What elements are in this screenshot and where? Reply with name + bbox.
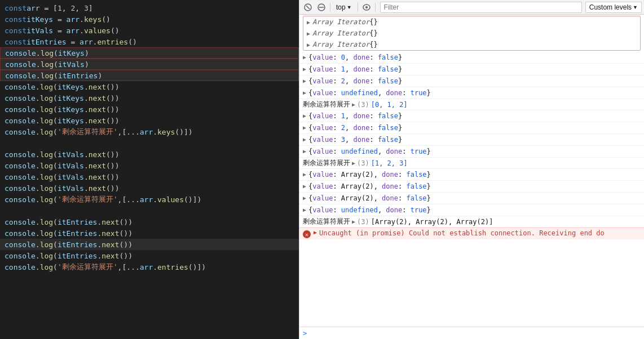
svg-line-1 <box>306 6 310 9</box>
console-row-value-done[interactable]: ▶{value: 3, done: false} <box>299 134 644 146</box>
code-line: console.log(itEntries.next()) <box>0 239 299 250</box>
console-row-value-done[interactable]: ▶{value: undefined, done: true} <box>299 146 644 158</box>
custom-levels-button[interactable]: Custom levels ▼ <box>585 2 642 13</box>
console-prompt: > <box>303 329 307 337</box>
expand-arrow[interactable]: ▶ <box>303 205 306 215</box>
toolbar-separator-3 <box>375 3 376 12</box>
console-row-value-done[interactable]: ▶{value: Array(2), done: false} <box>299 193 644 204</box>
expand-arrow[interactable]: ▶ <box>303 170 306 180</box>
top-context-dropdown[interactable]: top ▼ <box>333 2 355 12</box>
code-line: const itKeys = arr.keys() <box>0 14 299 25</box>
devtools-console-panel: top ▼ Custom levels ▼ ▶Array Iterator {}… <box>299 0 644 339</box>
expand-arrow[interactable]: ▶ <box>303 123 306 133</box>
console-row-value-done[interactable]: ▶{value: 1, done: false} <box>299 64 644 75</box>
chevron-down-icon: ▼ <box>347 5 352 10</box>
chevron-down-icon-2: ▼ <box>633 5 638 10</box>
console-row-value-done[interactable]: ▶{value: 2, done: false} <box>299 75 644 87</box>
expand-arrow[interactable]: ▶ <box>303 76 306 86</box>
expand-arrow[interactable]: ▶ <box>307 19 310 25</box>
console-row-spread[interactable]: 剩余运算符展开 ▶(3) [Array(2), Array(2), Array(… <box>299 216 644 228</box>
code-editor: const arr = [1, 2, 3]const itKeys = arr.… <box>0 0 299 339</box>
code-line: console.log(itVals) <box>0 59 299 70</box>
spread-expand-arrow[interactable]: ▶ <box>352 218 355 225</box>
expand-arrow[interactable]: ▶ <box>307 42 310 48</box>
code-line: console.log(itKeys.next()) <box>0 81 299 92</box>
code-line: console.log(itVals.next()) <box>0 182 299 194</box>
spread-expand-arrow[interactable]: ▶ <box>352 101 355 108</box>
console-row-error: ✕▶Uncaught (in promise) Could not establ… <box>299 228 644 239</box>
array-iterator-row[interactable]: ▶Array Iterator {} <box>303 16 640 28</box>
expand-arrow[interactable]: ▶ <box>303 135 306 145</box>
console-row-value-done[interactable]: ▶{value: undefined, done: true} <box>299 87 644 99</box>
svg-point-5 <box>365 6 368 8</box>
expand-arrow[interactable]: ▶ <box>307 30 310 37</box>
code-line: console.log(itEntries.next()) <box>0 216 299 228</box>
array-iterator-brace: {} <box>369 29 377 37</box>
code-line: const itVals = arr.values() <box>0 25 299 36</box>
code-line: console.log(itVals.next()) <box>0 171 299 182</box>
console-row-value-done[interactable]: ▶{value: 1, done: false} <box>299 110 644 122</box>
console-output[interactable]: ▶Array Iterator {}▶Array Iterator {}▶Arr… <box>299 15 644 327</box>
console-row-value-done[interactable]: ▶{value: 0, done: false} <box>299 52 644 64</box>
console-toolbar: top ▼ Custom levels ▼ <box>299 0 644 15</box>
clear-console-button[interactable] <box>302 1 314 14</box>
console-row-value-done[interactable]: ▶{value: undefined, done: true} <box>299 204 644 216</box>
code-line: console.log('剩余运算符展开',[...arr.values()]) <box>0 194 299 205</box>
code-line: const itEntries = arr.entries() <box>0 36 299 47</box>
code-line: console.log(itEntries.next()) <box>0 228 299 239</box>
array-iterator-row[interactable]: ▶Array Iterator {} <box>303 28 640 39</box>
code-line: console.log(itEntries.next()) <box>0 250 299 261</box>
code-line: console.log(itKeys) <box>0 47 299 59</box>
code-line: console.log(itKeys.next()) <box>0 115 299 126</box>
code-line <box>0 137 299 149</box>
custom-levels-label: Custom levels <box>589 3 632 11</box>
expand-arrow[interactable]: ▶ <box>303 52 306 63</box>
array-iterator-brace: {} <box>369 41 377 48</box>
code-line: console.log('剩余运算符展开',[...arr.entries()]… <box>0 261 299 273</box>
block-icon-button[interactable] <box>315 1 328 14</box>
spread-expand-arrow[interactable]: ▶ <box>352 160 355 166</box>
array-iterator-label: Array Iterator <box>312 18 369 26</box>
expand-arrow[interactable]: ▶ <box>303 88 306 98</box>
expand-arrow[interactable]: ▶ <box>303 181 306 191</box>
array-iterator-row[interactable]: ▶Array Iterator {} <box>303 39 640 50</box>
expand-arrow[interactable]: ▶ <box>303 111 306 121</box>
code-line: console.log(itKeys.next()) <box>0 92 299 104</box>
console-row-value-done[interactable]: ▶{value: Array(2), done: false} <box>299 169 644 181</box>
expand-arrow[interactable]: ▶ <box>314 229 317 235</box>
eye-icon-button[interactable] <box>360 1 373 14</box>
expand-arrow[interactable]: ▶ <box>303 64 306 74</box>
array-iterator-label: Array Iterator <box>312 29 369 37</box>
console-row-spread[interactable]: 剩余运算符展开 ▶(3) [1, 2, 3] <box>299 158 644 169</box>
toolbar-separator-2 <box>358 3 358 12</box>
code-line <box>0 205 299 216</box>
expand-arrow[interactable]: ▶ <box>303 193 306 203</box>
console-input-row: > <box>299 327 644 339</box>
expand-arrow[interactable]: ▶ <box>303 146 306 157</box>
array-iterator-group: ▶Array Iterator {}▶Array Iterator {}▶Arr… <box>303 16 641 51</box>
console-row-spread[interactable]: 剩余运算符展开 ▶(3) [0, 1, 2] <box>299 99 644 110</box>
console-row-value-done[interactable]: ▶{value: Array(2), done: false} <box>299 181 644 193</box>
error-icon: ✕ <box>303 230 311 238</box>
filter-input[interactable] <box>380 2 582 13</box>
top-context-label: top <box>336 3 346 11</box>
array-iterator-brace: {} <box>369 18 377 26</box>
code-line: console.log(itKeys.next()) <box>0 104 299 115</box>
code-line: console.log(itVals.next()) <box>0 160 299 171</box>
console-row-value-done[interactable]: ▶{value: 2, done: false} <box>299 122 644 134</box>
error-text: Uncaught (in promise) Could not establis… <box>319 229 605 237</box>
code-line: console.log(itEntries) <box>0 70 299 81</box>
code-line: console.log(itVals.next()) <box>0 149 299 160</box>
code-line: console.log('剩余运算符展开',[...arr.keys()]) <box>0 126 299 137</box>
toolbar-separator-1 <box>330 3 330 12</box>
code-line: const arr = [1, 2, 3] <box>0 2 299 14</box>
array-iterator-label: Array Iterator <box>312 41 369 48</box>
